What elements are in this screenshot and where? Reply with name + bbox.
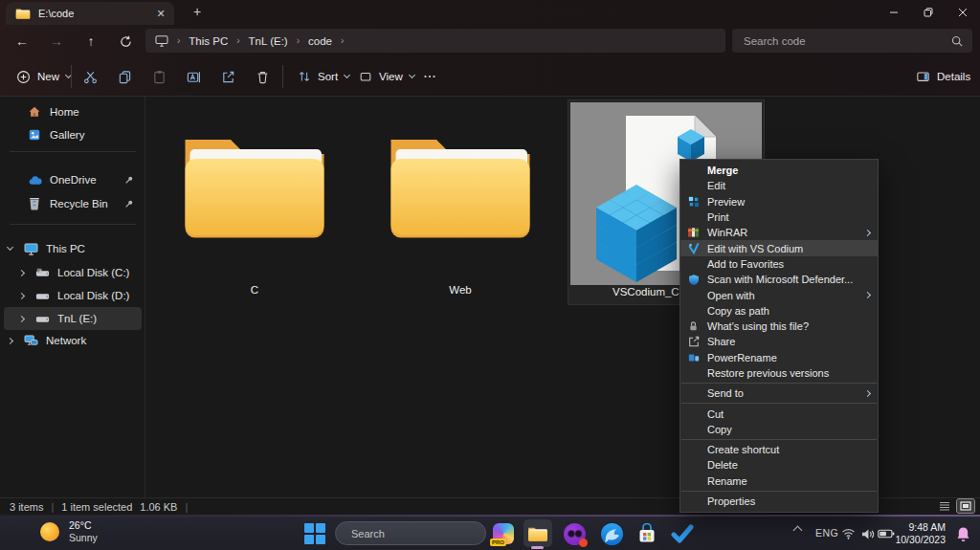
sidebar-item-label: Recycle Bin [50, 198, 108, 209]
taskbar-search[interactable] [335, 521, 486, 545]
paste-button[interactable] [145, 63, 173, 90]
breadcrumb[interactable]: › This PC › TnL (E:) › code › [145, 29, 725, 53]
notification-bell-icon[interactable] [951, 522, 974, 545]
back-button[interactable]: ← [10, 29, 34, 54]
forward-button[interactable]: → [44, 29, 69, 54]
menu-item-copy[interactable]: Copy [680, 422, 878, 437]
sidebar-item-onedrive[interactable]: OneDrive [4, 168, 142, 191]
menu-item-merge[interactable]: Merge [680, 163, 878, 178]
up-button[interactable]: ↑ [78, 29, 103, 54]
folder-label-c[interactable]: C [172, 284, 337, 296]
chevron-right-icon[interactable] [4, 339, 15, 343]
details-pane-icon [916, 70, 930, 83]
folder-icon-web[interactable] [384, 121, 537, 245]
taskbar-app-todo[interactable] [671, 522, 694, 545]
menu-item-send-to[interactable]: Send to [680, 385, 878, 401]
rename-button[interactable] [179, 63, 208, 90]
breadcrumb-this-pc[interactable]: This PC [189, 35, 228, 47]
menu-item-preview[interactable]: Preview [680, 194, 878, 209]
breadcrumb-folder[interactable]: code [308, 35, 332, 47]
delete-button[interactable] [248, 63, 277, 90]
preview-icon [685, 195, 702, 209]
folder-label-web[interactable]: Web [378, 284, 543, 296]
sidebar-item-network[interactable]: Network [4, 329, 142, 352]
network-icon [23, 333, 38, 348]
taskbar-app-store[interactable] [635, 522, 658, 545]
refresh-button[interactable] [113, 29, 138, 54]
drive-c-icon [34, 265, 50, 280]
taskbar-app-pro[interactable]: PRO [492, 522, 515, 545]
menu-item-rename[interactable]: Rename [680, 473, 878, 489]
chevron-right-icon[interactable] [15, 294, 27, 298]
details-pane-button[interactable]: Details [907, 63, 979, 90]
menu-item-scan-with-defender[interactable]: Scan with Microsoft Defender... [680, 272, 878, 287]
sidebar-item-tnl-e[interactable]: TnL (E:) [4, 307, 142, 330]
large-icons-view-toggle[interactable] [957, 499, 974, 513]
start-button[interactable] [304, 523, 325, 544]
scissors-icon [83, 70, 98, 84]
clipboard-icon [152, 70, 167, 84]
menu-item-add-to-favorites[interactable]: Add to Favorites [680, 256, 878, 272]
menu-item-create-shortcut[interactable]: Create shortcut [680, 442, 878, 457]
new-button[interactable]: New [8, 63, 79, 90]
tab-close-icon[interactable]: ✕ [153, 6, 168, 21]
volume-icon[interactable] [858, 522, 876, 545]
share-icon [685, 335, 702, 348]
menu-item-restore-previous-versions[interactable]: Restore previous versions [680, 365, 878, 381]
menu-item-winrar[interactable]: WinRAR [680, 225, 878, 240]
taskbar-search-input[interactable] [349, 527, 486, 540]
chevron-down-icon[interactable] [4, 248, 15, 250]
chevron-right-icon[interactable] [15, 317, 27, 321]
view-icon [359, 70, 372, 83]
share-button[interactable] [213, 63, 242, 90]
details-button-label: Details [937, 71, 970, 82]
details-view-toggle[interactable] [936, 499, 953, 513]
sidebar-item-label: Local Disk (D:) [57, 290, 129, 301]
clock[interactable]: 9:48 AM 10/30/2023 [890, 521, 946, 546]
search-input[interactable] [742, 34, 951, 48]
menu-item-delete[interactable]: Delete [680, 457, 878, 473]
sidebar-separator [10, 224, 136, 225]
taskbar-app-goggles[interactable] [563, 522, 586, 545]
menu-item-copy-as-path[interactable]: Copy as path [680, 303, 878, 319]
sidebar-item-home[interactable]: Home [4, 100, 142, 123]
maximize-button[interactable] [911, 0, 946, 25]
menu-item-whats-using-this-file[interactable]: What's using this file? [680, 319, 878, 334]
sidebar-item-label: OneDrive [50, 174, 97, 186]
menu-item-edit[interactable]: Edit [680, 178, 878, 193]
copy-button[interactable] [110, 63, 139, 90]
taskbar-app-thunderbird[interactable] [600, 522, 623, 545]
new-tab-button[interactable]: + [188, 3, 207, 22]
language-indicator[interactable]: ENG [815, 527, 838, 539]
explorer-tab[interactable]: E:\code ✕ [6, 2, 174, 25]
menu-item-print[interactable]: Print [680, 209, 878, 225]
menu-item-share[interactable]: Share [680, 334, 878, 349]
sidebar-item-this-pc[interactable]: This PC [4, 237, 142, 260]
sort-button[interactable]: Sort [289, 63, 358, 90]
sidebar-item-local-disk-c[interactable]: Local Disk (C:) [4, 261, 142, 284]
menu-item-cut[interactable]: Cut [680, 406, 878, 421]
microsoft-store-icon [636, 523, 657, 544]
recycle-bin-icon [27, 196, 42, 211]
menu-item-properties[interactable]: Properties [680, 494, 878, 509]
wifi-icon[interactable] [839, 522, 857, 545]
menu-item-powerrename[interactable]: PowerRename [680, 350, 878, 365]
weather-widget[interactable]: 26°C Sunny [40, 519, 98, 544]
view-button[interactable]: View [350, 63, 423, 90]
cut-button[interactable] [76, 63, 104, 90]
more-options-button[interactable] [415, 63, 444, 90]
chevron-right-icon[interactable] [15, 271, 27, 275]
search-box[interactable] [732, 29, 972, 53]
folder-icon-c[interactable] [178, 121, 331, 245]
sidebar-item-recycle-bin[interactable]: Recycle Bin [4, 192, 142, 215]
sidebar-item-local-disk-d[interactable]: Local Disk (D:) [4, 284, 142, 307]
taskbar-file-explorer-active[interactable] [523, 519, 552, 547]
menu-item-open-with[interactable]: Open with [680, 287, 878, 302]
menu-item-edit-with-vs-codium[interactable]: Edit with VS Codium [680, 240, 878, 255]
minimize-button[interactable] [877, 0, 911, 25]
close-button[interactable] [946, 0, 980, 25]
chevron-right-icon: › [236, 35, 239, 46]
sidebar-item-gallery[interactable]: Gallery [4, 123, 142, 146]
breadcrumb-drive[interactable]: TnL (E:) [249, 35, 288, 47]
submenu-arrow-icon [864, 390, 871, 397]
